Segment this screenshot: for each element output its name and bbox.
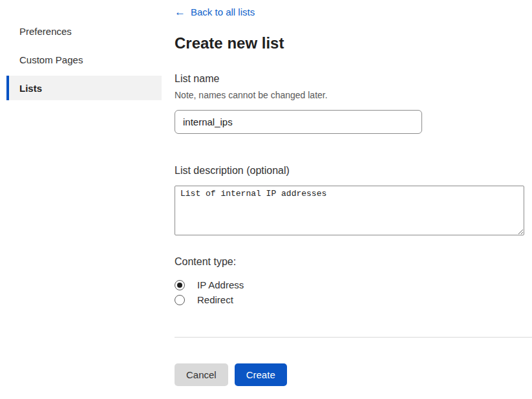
page-title: Create new list <box>175 34 532 52</box>
list-name-label: List name <box>175 73 532 85</box>
back-link-label: Back to all lists <box>191 6 255 17</box>
back-to-all-lists-link[interactable]: ← Back to all lists <box>175 6 255 17</box>
list-description-label: List description (optional) <box>175 165 532 177</box>
back-arrow-icon: ← <box>175 6 186 17</box>
list-description-textarea[interactable]: List of internal IP addresses <box>175 186 524 235</box>
radio-redirect-label: Redirect <box>197 294 233 305</box>
radio-selected-icon <box>175 280 185 290</box>
list-name-note: Note, names cannot be changed later. <box>175 90 532 100</box>
radio-ip-address[interactable]: IP Address <box>175 277 532 292</box>
content-type-label: Content type: <box>175 256 532 268</box>
list-name-input[interactable] <box>175 110 422 134</box>
sidebar-item-lists[interactable]: Lists <box>6 76 162 100</box>
cancel-button[interactable]: Cancel <box>175 363 228 386</box>
create-list-panel: ← Back to all lists Create new list List… <box>175 0 532 399</box>
radio-unselected-icon <box>175 295 185 305</box>
form-divider <box>175 337 532 338</box>
radio-ip-address-label: IP Address <box>197 279 244 290</box>
radio-redirect[interactable]: Redirect <box>175 292 532 307</box>
settings-sidebar: Preferences Custom Pages Lists <box>0 0 162 399</box>
sidebar-item-custom-pages[interactable]: Custom Pages <box>0 47 162 72</box>
form-actions: Cancel Create <box>175 363 532 386</box>
content-type-radio-group: IP Address Redirect <box>175 277 532 307</box>
create-button[interactable]: Create <box>235 363 287 386</box>
sidebar-item-preferences[interactable]: Preferences <box>0 19 162 43</box>
